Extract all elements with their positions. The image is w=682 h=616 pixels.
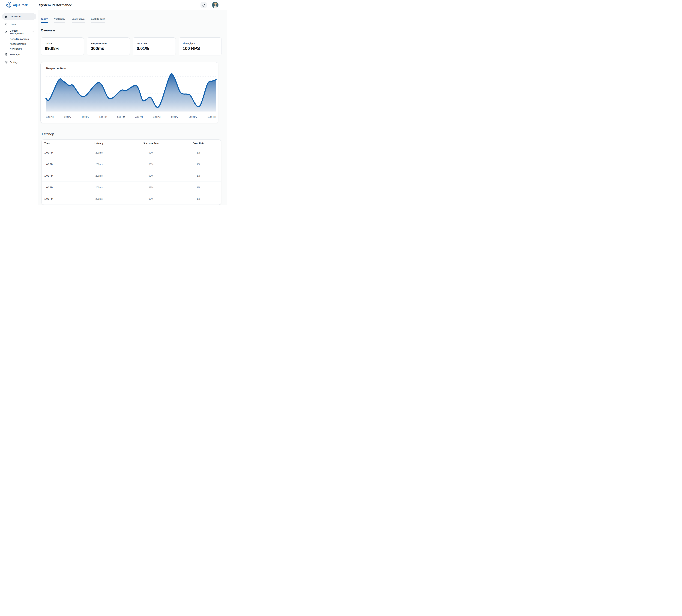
sidebar-item-dashboard[interactable]: Dashboard bbox=[2, 13, 36, 20]
table-row: 1:00 PM 200ms 99% 1% bbox=[42, 158, 221, 170]
sidebar-item-label: Settings bbox=[10, 61, 18, 64]
x-tick: 10:00 PM bbox=[188, 116, 197, 118]
response-time-area-chart bbox=[46, 76, 216, 111]
notifications-button[interactable] bbox=[201, 2, 207, 8]
sidebar-item-label: Messages bbox=[10, 53, 21, 56]
chart-x-axis: 2:00 PM 3:00 PM 4:00 PM 5:00 PM 6:00 PM … bbox=[46, 116, 216, 118]
tab-last-30-days[interactable]: Last 30 days bbox=[91, 18, 105, 23]
cursor-icon bbox=[4, 30, 8, 34]
stat-cards-row: Uptime 99.98% Response time 300ms Error … bbox=[41, 38, 227, 55]
latency-heading: Latency bbox=[42, 132, 227, 136]
chart-title: Response time bbox=[46, 67, 66, 70]
stat-card-response-time: Response time 300ms bbox=[87, 38, 130, 55]
stat-card-error-rate: Error rate 0.01% bbox=[133, 38, 176, 55]
x-tick: 5:00 PM bbox=[99, 116, 107, 118]
user-avatar[interactable] bbox=[212, 2, 219, 8]
sidebar-subitem-newsletters[interactable]: Newsletters bbox=[0, 46, 38, 51]
table-header-row: Time Latency Success Rate Error Rate bbox=[42, 140, 221, 147]
stat-value: 99.98% bbox=[45, 46, 84, 51]
chart-canvas bbox=[46, 76, 216, 111]
tab-today[interactable]: Today bbox=[41, 18, 48, 23]
col-header-success-rate: Success Rate bbox=[126, 142, 176, 145]
sidebar-item-label: Users bbox=[10, 23, 16, 26]
avatar-image bbox=[212, 2, 219, 8]
x-tick: 7:00 PM bbox=[135, 116, 142, 118]
sidebar-subitem-announcements[interactable]: Announcements bbox=[0, 41, 38, 46]
x-tick: 4:00 PM bbox=[82, 116, 89, 118]
col-header-error-rate: Error Rate bbox=[176, 142, 221, 145]
stat-value: 300ms bbox=[91, 46, 130, 51]
page-title: System Performance bbox=[39, 3, 72, 7]
home-icon bbox=[4, 15, 8, 18]
x-tick: 6:00 PM bbox=[117, 116, 125, 118]
stat-label: Uptime bbox=[45, 42, 84, 45]
main-content: Today Yesterday Last 7 days Last 30 days… bbox=[38, 10, 227, 205]
stat-card-uptime: Uptime 99.98% bbox=[41, 38, 84, 55]
users-icon bbox=[4, 23, 8, 26]
latency-table: Time Latency Success Rate Error Rate 1:0… bbox=[42, 139, 221, 205]
stat-label: Throughput bbox=[183, 42, 222, 45]
stat-label: Response time bbox=[91, 42, 130, 45]
stat-value: 100 RPS bbox=[183, 46, 222, 51]
x-tick: 3:00 PM bbox=[64, 116, 71, 118]
tab-yesterday[interactable]: Yesterday bbox=[54, 18, 65, 23]
brand-name: AquaTrack bbox=[13, 3, 28, 7]
overview-heading: Overview bbox=[41, 28, 227, 32]
unfold-arrows-icon bbox=[4, 53, 8, 56]
stat-card-throughput: Throughput 100 RPS bbox=[179, 38, 222, 55]
response-time-chart-card: Response time 2:00 PM 3:00 PM 4:00 PM 5:… bbox=[40, 62, 218, 123]
brand[interactable]: AquaTrack bbox=[5, 2, 28, 8]
chevron-down-icon bbox=[32, 31, 34, 33]
tab-last-7-days[interactable]: Last 7 days bbox=[72, 18, 85, 23]
sidebar-subitem-news-blog-articles[interactable]: News/Blog Articles bbox=[0, 37, 38, 41]
x-tick: 8:00 PM bbox=[153, 116, 160, 118]
sidebar-item-label: Dashboard bbox=[10, 15, 21, 18]
table-row: 1:00 PM 200ms 99% 1% bbox=[42, 181, 221, 193]
table-row: 1:00 PM 200ms 99% 1% bbox=[42, 170, 221, 181]
bell-icon bbox=[202, 3, 205, 7]
aquatrack-logo-icon bbox=[5, 2, 12, 8]
sidebar: Dashboard Users Content Management News/… bbox=[0, 10, 38, 205]
time-range-tabs: Today Yesterday Last 7 days Last 30 days bbox=[41, 10, 223, 23]
col-header-time: Time bbox=[42, 142, 72, 145]
app-header: AquaTrack System Performance bbox=[0, 0, 227, 10]
sidebar-item-settings[interactable]: Settings bbox=[2, 59, 36, 65]
stat-label: Error rate bbox=[137, 42, 176, 45]
sidebar-item-messages[interactable]: Messages bbox=[2, 51, 36, 58]
x-tick: 9:00 PM bbox=[170, 116, 178, 118]
gear-icon bbox=[4, 61, 8, 64]
x-tick: 11:00 PM bbox=[207, 116, 216, 118]
col-header-latency: Latency bbox=[72, 142, 126, 145]
sidebar-item-users[interactable]: Users bbox=[2, 21, 36, 27]
x-tick: 2:00 PM bbox=[46, 116, 53, 118]
table-row: 1:00 PM 200ms 99% 1% bbox=[42, 147, 221, 158]
stat-value: 0.01% bbox=[137, 46, 176, 51]
table-row: 1:00 PM 200ms 99% 1% bbox=[42, 193, 221, 204]
sidebar-item-content-management[interactable]: Content Management bbox=[2, 29, 36, 35]
sidebar-item-label: Content Management bbox=[10, 29, 30, 35]
